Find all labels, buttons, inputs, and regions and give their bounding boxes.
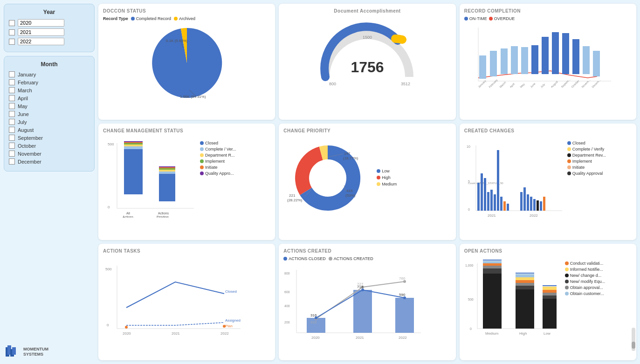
month-checkbox-dec[interactable] <box>9 158 15 165</box>
quality-approval-label: Quality Appro... <box>205 171 234 176</box>
gauge-min: 800 <box>329 82 336 86</box>
month-checkbox-oct[interactable] <box>9 143 15 149</box>
svg-text:727: 727 <box>357 282 364 286</box>
complete-verify-label: Complete / Ver... <box>205 147 236 151</box>
year-input-2020[interactable] <box>18 19 64 27</box>
month-checkbox-nov[interactable] <box>9 151 15 157</box>
momentum-logo-icon <box>6 345 21 358</box>
svg-rect-36 <box>124 148 143 194</box>
svg-text:0: 0 <box>470 327 472 330</box>
svg-rect-38 <box>124 144 143 146</box>
low-dot <box>377 169 380 173</box>
svg-text:June: June <box>530 82 536 89</box>
month-item-jan[interactable]: January <box>9 71 89 77</box>
legend-on-time: ON-TIME <box>464 16 487 21</box>
svg-rect-78 <box>523 187 526 211</box>
svg-text:May: May <box>519 82 525 88</box>
legend-complete-verify: Complete / Ver... <box>200 147 236 151</box>
svg-rect-140 <box>516 274 534 277</box>
month-checkbox-jan[interactable] <box>9 71 15 77</box>
year-checkbox-2021[interactable] <box>9 29 15 35</box>
svg-text:147: 147 <box>344 151 351 156</box>
month-item-dec[interactable]: December <box>9 158 89 165</box>
doccon-legend-label: Record Type <box>103 16 128 21</box>
year-filter-card: Year <box>4 4 95 52</box>
year-item-2021[interactable] <box>9 28 89 36</box>
month-item-jun[interactable]: June <box>9 111 89 117</box>
year-item-2020[interactable] <box>9 19 89 27</box>
svg-rect-138 <box>516 280 534 283</box>
low-label: Low <box>382 169 390 173</box>
month-filter-title: Month <box>9 61 89 68</box>
svg-text:February: February <box>488 78 498 88</box>
month-checkbox-aug[interactable] <box>9 127 15 133</box>
svg-text:221: 221 <box>289 193 296 198</box>
action-tasks-title: ACTION TASKS <box>103 248 270 254</box>
doc-accomplish-title: Document Accomplishment <box>283 8 451 14</box>
month-checkbox-jul[interactable] <box>9 119 15 125</box>
svg-point-92 <box>125 326 128 329</box>
svg-rect-80 <box>530 197 532 211</box>
svg-rect-73 <box>497 150 499 211</box>
cc-initiate-dot <box>567 165 571 169</box>
month-checkbox-jun[interactable] <box>9 111 15 117</box>
oa-new-change-dot <box>565 274 569 277</box>
year-input-2022[interactable] <box>18 38 64 45</box>
cc-complete-label: Complete / Verify <box>572 147 605 151</box>
month-item-feb[interactable]: February <box>9 79 89 85</box>
created-changes-chart: 10 5 0 Count of TASK_STATUS_50 <box>464 136 564 220</box>
record-completion-legend: ON-TIME OVERDUE <box>464 16 632 21</box>
oa-legend-new-change: New/ change d... <box>565 273 606 278</box>
svg-rect-136 <box>516 285 534 289</box>
legend-completed: Completed Record <box>131 16 171 21</box>
year-checkbox-2020[interactable] <box>9 20 15 26</box>
legend-overdue: OVERDUE <box>489 16 515 21</box>
logo-text-line1: MOMENTUM <box>23 347 48 352</box>
year-item-2022[interactable] <box>9 38 89 45</box>
month-item-jul[interactable]: July <box>9 119 89 125</box>
cc-complete-dot <box>567 147 571 151</box>
cc-legend-quality: Quality Approval <box>567 171 606 176</box>
svg-rect-47 <box>159 168 175 170</box>
svg-rect-143 <box>543 295 557 299</box>
doccon-legend: Record Type Completed Record Archived <box>103 16 270 21</box>
month-checkbox-may[interactable] <box>9 103 15 109</box>
dept-review-label: Department R... <box>205 153 235 158</box>
month-item-mar[interactable]: March <box>9 87 89 93</box>
doc-accomplish-chart: 1756 800 3512 1500 <box>283 16 451 91</box>
actions-created-label: ACTIONS CREATED <box>334 256 373 261</box>
year-filter-title: Year <box>9 9 89 15</box>
svg-rect-133 <box>483 261 502 263</box>
svg-rect-14 <box>542 37 549 74</box>
svg-rect-13 <box>531 45 538 74</box>
month-checkbox-feb[interactable] <box>9 79 15 85</box>
svg-text:March: March <box>499 81 506 89</box>
svg-rect-17 <box>572 39 579 74</box>
svg-text:Septem...: Septem... <box>560 78 571 89</box>
svg-text:760: 760 <box>399 276 406 281</box>
month-checkbox-sep[interactable] <box>9 135 15 141</box>
month-item-apr[interactable]: April <box>9 95 89 101</box>
month-item-sep[interactable]: September <box>9 135 89 141</box>
created-changes-legend: Closed Complete / Verify Department Rev.… <box>567 136 606 220</box>
month-checkbox-mar[interactable] <box>9 87 15 93</box>
month-item-nov[interactable]: November <box>9 151 89 157</box>
svg-text:April: April <box>509 82 515 89</box>
month-checkbox-apr[interactable] <box>9 95 15 101</box>
oa-informed-label: Informed Notifie... <box>570 267 603 272</box>
svg-text:590: 590 <box>399 293 406 297</box>
cc-dept-dot <box>567 153 571 157</box>
year-input-2021[interactable] <box>18 28 64 36</box>
legend-medium: Medium <box>377 182 397 186</box>
month-item-aug[interactable]: August <box>9 127 89 133</box>
svg-rect-11 <box>511 46 518 74</box>
scrollbar-thumb[interactable] <box>632 342 635 349</box>
year-checkbox-2022[interactable] <box>9 39 15 45</box>
oa-conduct-label: Conduct validati... <box>570 261 604 266</box>
legend-closed: Closed <box>200 141 236 145</box>
month-item-oct[interactable]: October <box>9 143 89 149</box>
month-filter-card: Month January February March April May <box>4 56 95 172</box>
svg-text:Actions...: Actions... <box>123 215 136 218</box>
month-item-may[interactable]: May <box>9 103 89 109</box>
oa-new-modify-label: New/ modify Equ... <box>570 279 606 284</box>
